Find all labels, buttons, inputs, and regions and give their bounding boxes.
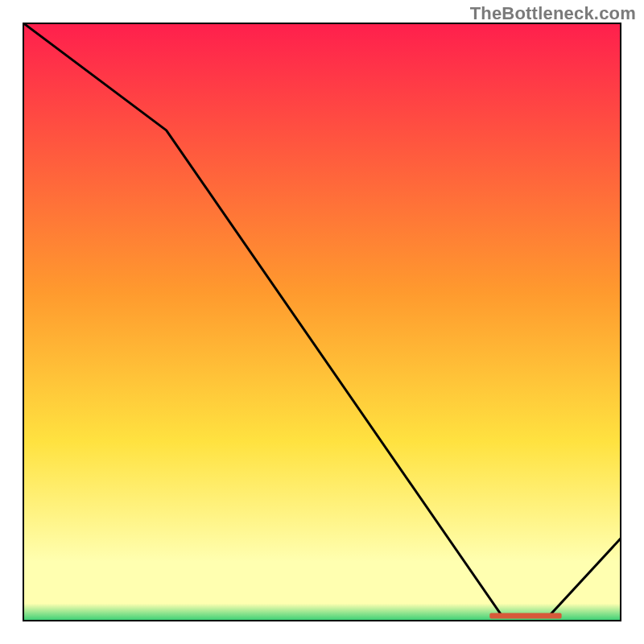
optimal-marker xyxy=(489,613,561,619)
chart-stage: TheBottleneck.com xyxy=(0,0,644,644)
chart-svg xyxy=(23,23,621,621)
plot-area xyxy=(23,23,621,621)
gradient-background xyxy=(23,23,621,621)
watermark-text: TheBottleneck.com xyxy=(470,3,636,24)
